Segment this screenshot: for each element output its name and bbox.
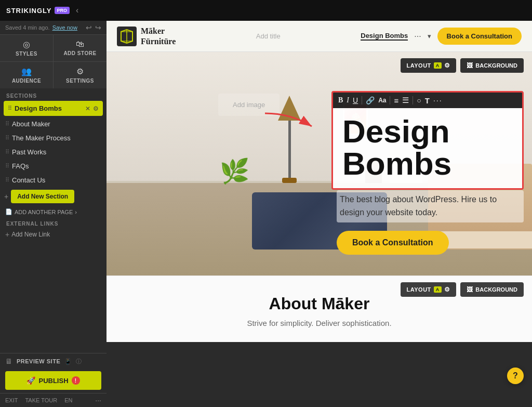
- annotation-arrow: [260, 108, 327, 139]
- toolbar-divider-3: [413, 96, 413, 104]
- add-page-row[interactable]: 📄 ADD ANOTHER PAGE ›: [0, 206, 107, 218]
- redo-icon[interactable]: ↪: [95, 23, 101, 32]
- section-item-faqs[interactable]: ⠿ FAQs: [0, 159, 107, 173]
- drag-handle-icon: ⠿: [5, 149, 9, 155]
- publish-alert-badge: !: [72, 376, 80, 385]
- link-button[interactable]: 🔗: [366, 96, 375, 104]
- section-name: Design Bombs: [15, 104, 83, 112]
- collapse-icon[interactable]: ‹: [76, 6, 78, 15]
- section-name: Contact Us: [12, 176, 101, 184]
- text-formatting-toolbar: B I U 🔗 Aa ≡ ☰ ○ T ···: [333, 93, 522, 108]
- sidebar-item-audience[interactable]: 👥 AUDIENCE: [0, 62, 53, 88]
- add-page-label: ADD ANOTHER PAGE: [15, 209, 73, 215]
- circle-button[interactable]: ○: [417, 96, 421, 104]
- nav-chevron-icon[interactable]: ▾: [428, 32, 431, 40]
- book-consultation-hero-button[interactable]: Book a Consultation: [337, 231, 449, 255]
- add-link-text: Add New Link: [11, 231, 50, 238]
- section-name: Past Works: [12, 148, 101, 156]
- hero-title: Design Bombs: [342, 115, 513, 180]
- section-item-maker-process[interactable]: ⠿ The Maker Process: [0, 131, 107, 145]
- sections-label: SECTIONS: [0, 88, 107, 101]
- section-gear-icon[interactable]: ⚙: [93, 105, 99, 112]
- nav-link[interactable]: Design Bombs: [361, 32, 408, 41]
- section-name: FAQs: [12, 162, 101, 170]
- book-consultation-header-button[interactable]: Book a Consultation: [437, 28, 522, 45]
- add-store-icon: 🛍: [76, 40, 84, 49]
- drag-handle-icon: ⠿: [5, 163, 9, 169]
- sidebar-item-add-store[interactable]: 🛍 ADD STORE: [54, 35, 107, 61]
- add-section-button[interactable]: Add New Section: [11, 190, 74, 203]
- pro-badge: PRO: [55, 7, 70, 14]
- underline-button[interactable]: U: [353, 96, 358, 104]
- external-links-label: EXTERNAL LINKS: [0, 218, 107, 228]
- plant: 🌿: [220, 159, 249, 183]
- about-background-button[interactable]: 🖼 BACKGROUND: [460, 282, 524, 297]
- about-subtitle: Strive for simplicity. Deliver sophistic…: [117, 319, 522, 327]
- header-add-title[interactable]: Add title: [183, 32, 353, 40]
- text-type-button[interactable]: T: [425, 96, 430, 105]
- about-section: LAYOUT A ⚙ 🖼 BACKGROUND About Māker Stri…: [107, 275, 532, 342]
- site-logo: Māker Fürnitüre: [117, 26, 176, 46]
- gear-icon: ⚙: [444, 62, 450, 69]
- layout-button[interactable]: LAYOUT A ⚙: [401, 58, 457, 73]
- exit-link[interactable]: EXIT: [5, 397, 18, 403]
- audience-icon: 👥: [21, 67, 32, 76]
- font-button[interactable]: Aa: [378, 97, 386, 104]
- drag-handle-icon: ⠿: [5, 135, 9, 141]
- about-layout-button[interactable]: LAYOUT A ⚙: [401, 282, 457, 297]
- align-button[interactable]: ≡: [394, 96, 398, 105]
- sidebar-item-styles[interactable]: ◎ STYLES: [0, 35, 53, 61]
- background-button[interactable]: 🖼 BACKGROUND: [460, 58, 524, 73]
- italic-button[interactable]: I: [347, 96, 349, 104]
- section-item-past-works[interactable]: ⠿ Past Works: [0, 145, 107, 159]
- section-item-design-bombs[interactable]: ⠿ Design Bombs ✕ ⚙: [4, 101, 103, 116]
- hero-section: 🌿 🧁 LAYOUT A ⚙ 🖼: [107, 52, 532, 275]
- bold-button[interactable]: B: [338, 96, 343, 104]
- help-bubble[interactable]: ?: [507, 367, 524, 384]
- sidebar: Saved 4 min ago. Save now ↩ ↪ ◎ STYLES 🛍…: [0, 21, 107, 407]
- image-icon: 🖼: [467, 62, 473, 69]
- publish-button[interactable]: 🚀 PUBLISH !: [5, 371, 101, 390]
- header-nav: Design Bombs ··· ▾ Book a Consultation: [361, 28, 522, 45]
- save-link[interactable]: Save now: [52, 24, 77, 31]
- about-gear-icon: ⚙: [444, 286, 450, 293]
- layout-a-badge: A: [434, 62, 442, 69]
- content-area: Māker Fürnitüre Add title Design Bombs ·…: [107, 21, 532, 407]
- settings-label: SETTINGS: [66, 78, 94, 84]
- nav-dots-icon[interactable]: ···: [414, 32, 421, 41]
- undo-icon[interactable]: ↩: [86, 23, 92, 32]
- site-header: Māker Fürnitüre Add title Design Bombs ·…: [107, 21, 532, 52]
- logo-svg: [117, 27, 137, 46]
- add-page-arrow-icon: ›: [75, 209, 77, 215]
- take-tour-link[interactable]: TAKE TOUR: [25, 397, 57, 403]
- section-name: About Maker: [12, 120, 101, 128]
- preview-label: PREVIEW SITE: [17, 358, 60, 364]
- add-link-row[interactable]: + Add New Link: [0, 228, 107, 241]
- hero-toolbar-bar: LAYOUT A ⚙ 🖼 BACKGROUND: [401, 58, 524, 73]
- section-item-about-maker[interactable]: ⠿ About Maker: [0, 117, 107, 131]
- saved-notice: Saved 4 min ago. Save now ↩ ↪: [0, 21, 107, 34]
- section-item-contact-us[interactable]: ⠿ Contact Us: [0, 173, 107, 187]
- preview-info-icon: ⓘ: [76, 358, 82, 365]
- about-layout-a-badge: A: [434, 286, 442, 293]
- settings-icon: ⚙: [76, 67, 84, 76]
- plus-icon: +: [5, 230, 9, 239]
- preview-site-row[interactable]: 🖥 PREVIEW SITE 📱 ⓘ: [0, 353, 107, 369]
- more-options-icon[interactable]: ···: [95, 396, 101, 404]
- drag-handle-icon: ⠿: [8, 105, 12, 112]
- hero-title-content[interactable]: Design Bombs: [333, 108, 522, 188]
- hero-bottom-content: The best blog about WordPress. Hire us t…: [337, 190, 524, 255]
- strikingly-logo: strikingly PRO: [6, 7, 70, 15]
- styles-icon: ◎: [23, 40, 30, 49]
- sidebar-item-settings[interactable]: ⚙ SETTINGS: [54, 62, 107, 88]
- section-close-icon[interactable]: ✕: [85, 105, 90, 112]
- list-button[interactable]: ☰: [402, 96, 409, 105]
- styles-label: STYLES: [16, 51, 37, 57]
- more-options-toolbar-button[interactable]: ···: [433, 96, 443, 104]
- page-content: 🌿 🧁 LAYOUT A ⚙ 🖼: [107, 52, 532, 407]
- language-selector[interactable]: EN: [64, 397, 72, 403]
- drag-handle-icon: ⠿: [5, 177, 9, 183]
- about-title: About Māker: [117, 294, 522, 313]
- add-store-label: ADD STORE: [63, 50, 96, 56]
- about-image-icon: 🖼: [467, 286, 473, 293]
